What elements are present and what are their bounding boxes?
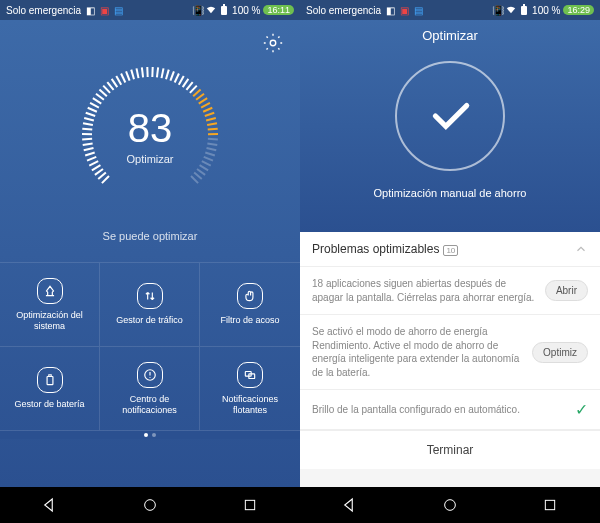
svg-line-14 (82, 129, 92, 130)
tile-label: Filtro de acoso (216, 315, 283, 326)
wifi-icon (506, 5, 516, 15)
svg-line-25 (112, 79, 118, 87)
tile-harassment-filter[interactable]: Filtro de acoso (200, 263, 300, 347)
dot-1 (144, 433, 148, 437)
svg-line-27 (121, 73, 125, 82)
nav-home[interactable] (140, 495, 160, 515)
battery-text: 100 % (532, 5, 560, 16)
svg-line-62 (191, 176, 198, 183)
tile-label: Optimización del sistema (0, 310, 99, 332)
svg-point-2 (270, 40, 276, 46)
open-button[interactable]: Abrir (545, 280, 588, 301)
nav-bar (300, 487, 600, 523)
gauge-ticks (82, 67, 218, 183)
problem-text: Brillo de la pantalla configurado en aut… (312, 403, 567, 417)
svg-line-51 (208, 129, 218, 130)
svg-rect-72 (545, 500, 554, 509)
traffic-icon (137, 283, 163, 309)
svg-line-15 (83, 123, 93, 125)
svg-rect-68 (245, 500, 254, 509)
svg-line-22 (99, 90, 106, 97)
status-bar: Solo emergencia ◧ ▣ ▤ 📳 100 % 16:29 (300, 0, 600, 20)
page-indicator (0, 431, 300, 439)
svg-line-48 (205, 113, 214, 116)
nav-home[interactable] (440, 495, 460, 515)
alert-icon (137, 362, 163, 388)
svg-line-40 (183, 79, 189, 87)
svg-line-30 (137, 68, 139, 78)
svg-line-38 (175, 73, 179, 82)
success-check (395, 61, 505, 171)
optimize-screen: Solo emergencia ◧ ▣ ▤ 📳 100 % 16:29 Opti… (300, 0, 600, 523)
svg-line-54 (207, 143, 217, 144)
svg-line-7 (89, 161, 98, 165)
battery-time-pill: 16:29 (563, 5, 594, 15)
section-title: Problemas optimizables (312, 242, 439, 256)
svg-line-16 (84, 118, 94, 121)
app-icon-2: ▣ (99, 5, 109, 15)
nav-bar (0, 487, 300, 523)
battery-time-pill: 16:11 (263, 5, 294, 15)
svg-line-21 (96, 94, 104, 100)
svg-line-36 (166, 70, 169, 80)
svg-line-61 (194, 173, 202, 179)
svg-line-8 (87, 157, 96, 161)
svg-point-71 (445, 500, 456, 511)
problem-text: 18 aplicaciones siguen abiertas después … (312, 277, 537, 304)
svg-line-55 (207, 148, 217, 150)
svg-line-4 (98, 173, 106, 179)
optimize-button[interactable]: Optimiz (532, 342, 588, 363)
problems-header[interactable]: Problemas optimizables10 (300, 232, 600, 267)
svg-line-31 (142, 67, 143, 77)
page-title: Optimizar (422, 28, 478, 43)
tile-system-optimization[interactable]: Optimización del sistema (0, 263, 100, 347)
svg-line-44 (196, 94, 204, 100)
battery-icon (219, 5, 229, 15)
nav-recent[interactable] (540, 495, 560, 515)
tile-traffic-manager[interactable]: Gestor de tráfico (100, 263, 200, 347)
svg-line-9 (85, 152, 95, 155)
svg-line-57 (204, 157, 213, 161)
svg-line-45 (199, 98, 207, 103)
hand-icon (237, 283, 263, 309)
tile-battery-manager[interactable]: Gestor de batería (0, 347, 100, 431)
svg-line-17 (86, 113, 95, 116)
vibrate-icon: 📳 (493, 5, 503, 15)
svg-line-39 (179, 76, 184, 85)
dot-2 (152, 433, 156, 437)
tile-floating-notifications[interactable]: Notificaciones flotantes (200, 347, 300, 431)
svg-line-60 (197, 169, 205, 175)
tile-label: Gestor de batería (10, 399, 88, 410)
problem-item: Brillo de la pantalla configurado en aut… (300, 390, 600, 430)
battery-icon (519, 5, 529, 15)
wifi-icon (206, 5, 216, 15)
tile-label: Notificaciones flotantes (200, 394, 300, 416)
svg-rect-1 (223, 4, 225, 6)
svg-line-34 (157, 67, 158, 77)
nav-back[interactable] (40, 495, 60, 515)
nav-back[interactable] (340, 495, 360, 515)
vibrate-icon: 📳 (193, 5, 203, 15)
score-label: Optimizar (126, 153, 173, 165)
svg-line-50 (207, 123, 217, 125)
carrier-text: Solo emergencia (306, 5, 381, 16)
problem-text: Se activó el modo de ahorro de energía R… (312, 325, 524, 379)
nav-recent[interactable] (240, 495, 260, 515)
app-icon-1: ◧ (85, 5, 95, 15)
svg-rect-63 (47, 377, 53, 385)
svg-line-28 (126, 71, 130, 80)
score-gauge[interactable]: 83 Optimizar (75, 60, 225, 210)
brush-icon (37, 278, 63, 304)
svg-line-24 (107, 82, 113, 90)
settings-button[interactable] (262, 32, 284, 58)
svg-rect-69 (521, 6, 527, 15)
svg-line-49 (206, 118, 216, 121)
svg-line-41 (186, 82, 192, 90)
app-icon-1: ◧ (385, 5, 395, 15)
phone-manager-screen: Solo emergencia ◧ ▣ ▤ 📳 100 % 16:11 83 (0, 0, 300, 523)
carrier-text: Solo emergencia (6, 5, 81, 16)
svg-line-29 (131, 70, 134, 80)
finish-button[interactable]: Terminar (300, 430, 600, 469)
section-count: 10 (443, 245, 458, 256)
tile-notification-center[interactable]: Centro de notificaciones (100, 347, 200, 431)
